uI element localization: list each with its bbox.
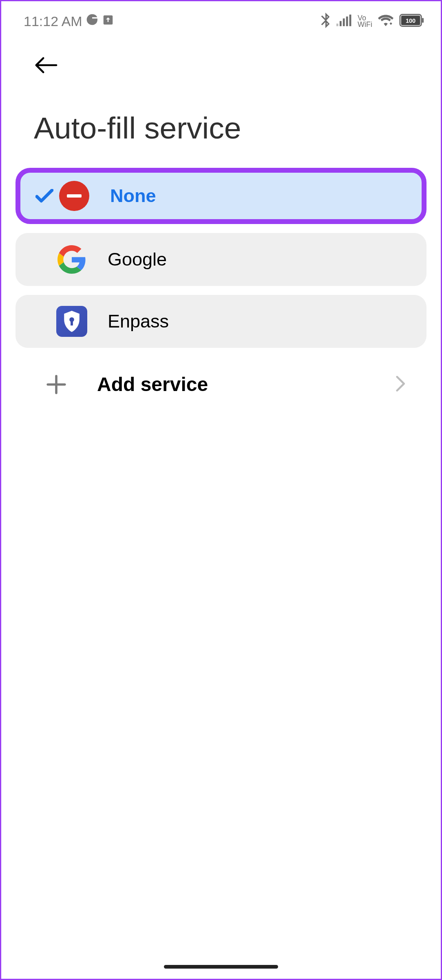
- nav-handle[interactable]: [164, 965, 278, 969]
- google-g-icon: [86, 13, 99, 29]
- add-service-button[interactable]: Add service: [15, 357, 427, 412]
- svg-rect-1: [336, 24, 338, 26]
- enpass-icon: [56, 306, 87, 337]
- option-label: Enpass: [108, 311, 169, 332]
- page-title: Auto-fill service: [1, 88, 441, 168]
- add-service-label: Add service: [97, 373, 396, 396]
- options-list: None Google Enpass: [1, 168, 441, 412]
- bluetooth-icon: [320, 13, 331, 30]
- upload-icon: [102, 13, 114, 29]
- status-bar-right: Vo WiFi 100: [320, 13, 424, 30]
- plus-icon: [32, 375, 81, 394]
- svg-rect-2: [340, 21, 342, 26]
- option-label: None: [110, 185, 156, 207]
- wifi-icon: [378, 14, 393, 28]
- option-label: Google: [108, 249, 167, 270]
- signal-icon: [336, 14, 352, 28]
- status-bar: 11:12 AM Vo WiFi 100: [1, 1, 441, 38]
- chevron-right-icon: [396, 376, 406, 393]
- back-button[interactable]: [34, 56, 410, 76]
- checkmark-icon: [30, 189, 59, 203]
- svg-rect-4: [346, 17, 348, 26]
- svg-text:100: 100: [406, 18, 415, 24]
- battery-icon: 100: [399, 14, 424, 29]
- svg-rect-5: [349, 15, 351, 26]
- svg-rect-11: [71, 321, 73, 326]
- option-none[interactable]: None: [15, 168, 427, 224]
- svg-rect-3: [343, 18, 345, 26]
- status-time: 11:12 AM: [24, 13, 82, 29]
- status-bar-left: 11:12 AM: [24, 13, 114, 29]
- svg-rect-8: [422, 18, 424, 23]
- nav-bar: [1, 38, 441, 88]
- option-google[interactable]: Google: [15, 233, 427, 286]
- option-enpass[interactable]: Enpass: [15, 295, 427, 348]
- google-icon: [56, 244, 87, 275]
- minus-circle-icon: [59, 180, 90, 211]
- vowifi-indicator: Vo WiFi: [358, 15, 372, 28]
